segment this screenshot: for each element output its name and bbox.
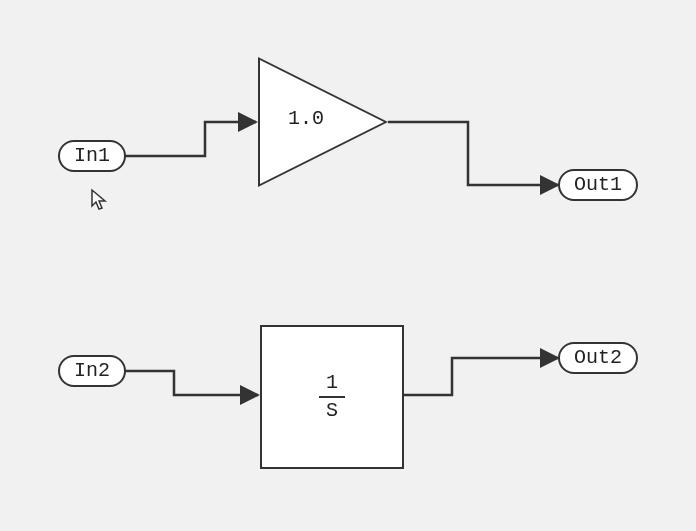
block-diagram-canvas[interactable]: In1 1.0 Out1 In2 1 S Out2 (0, 0, 696, 531)
gain-block[interactable]: 1.0 (258, 57, 388, 187)
transfer-function: 1 S (319, 372, 345, 422)
integrator-block[interactable]: 1 S (260, 325, 404, 469)
wire-integrator-to-out2 (402, 358, 558, 395)
fraction-bar (319, 396, 345, 398)
gain-value: 1.0 (288, 107, 324, 130)
cursor-icon (90, 188, 110, 218)
tf-numerator: 1 (326, 372, 338, 394)
inport-in1[interactable]: In1 (58, 140, 126, 172)
tf-denominator: S (326, 400, 338, 422)
inport-in2[interactable]: In2 (58, 355, 126, 387)
wire-in1-to-gain (122, 122, 256, 156)
wire-in2-to-integrator (122, 371, 258, 395)
outport-out2[interactable]: Out2 (558, 342, 638, 374)
wire-gain-to-out1 (388, 122, 558, 185)
outport-label: Out1 (574, 173, 622, 196)
outport-label: Out2 (574, 346, 622, 369)
inport-label: In2 (74, 359, 110, 382)
inport-label: In1 (74, 144, 110, 167)
outport-out1[interactable]: Out1 (558, 169, 638, 201)
